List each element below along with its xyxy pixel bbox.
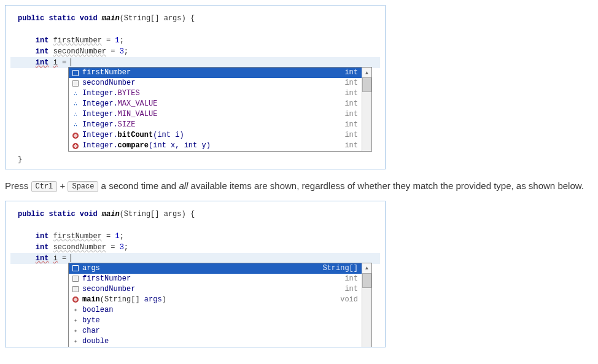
- completion-label: Integer.compare(int x, int y): [82, 141, 344, 150]
- completion-label: secondNumber: [82, 285, 344, 294]
- completion-type: int: [344, 68, 359, 77]
- completion-item-byte[interactable]: ✦ byte: [69, 316, 371, 326]
- equals: =: [58, 58, 71, 67]
- var-i: i: [53, 58, 58, 67]
- completion-item-integer-size[interactable]: ⛬ Integer.SIZE int: [69, 120, 371, 130]
- keyword-icon: ✦: [71, 327, 80, 335]
- completion-label: Integer.BYTES: [82, 89, 344, 98]
- method-icon: [71, 296, 80, 303]
- completion-label: boolean: [82, 306, 359, 315]
- completion-type: void: [340, 295, 359, 304]
- code-line[interactable]: }: [10, 154, 380, 165]
- completion-type: String[]: [322, 264, 359, 273]
- completion-type: int: [344, 141, 359, 150]
- type-int: int: [36, 47, 49, 56]
- completion-type: int: [344, 110, 359, 119]
- completion-item-firstNumber[interactable]: firstNumber int: [69, 68, 371, 78]
- keyword-icon: ✦: [71, 317, 80, 324]
- completion-item-integer-min[interactable]: ⛬ Integer.MIN_VALUE int: [69, 109, 371, 120]
- field-icon: [71, 69, 80, 77]
- var-secondNumber: secondNumber: [53, 47, 106, 56]
- type-int: int: [36, 36, 49, 45]
- field-icon: [71, 80, 80, 87]
- completion-label: double: [82, 337, 359, 346]
- keyword-icon: ✦: [71, 306, 80, 314]
- code-line[interactable]: public static void main(String[] args) {: [10, 13, 380, 24]
- completion-type: int: [344, 120, 359, 130]
- completion-label: Integer.SIZE: [82, 120, 344, 130]
- completion-type: int: [344, 99, 359, 109]
- code-line[interactable]: int firstNumber = 1;: [10, 35, 380, 46]
- code-line[interactable]: int secondNumber = 3;: [10, 242, 380, 253]
- completion-item-secondNumber[interactable]: secondNumber int: [69, 78, 371, 88]
- library-icon: ⛬: [71, 111, 80, 118]
- key-ctrl: Ctrl: [31, 181, 58, 192]
- completion-item-integer-bytes[interactable]: ⛬ Integer.BYTES int: [69, 88, 371, 99]
- code-line[interactable]: public static void main(String[] args) {: [10, 209, 380, 220]
- code-line[interactable]: int secondNumber = 3;: [10, 46, 380, 57]
- completion-item-main[interactable]: main(String[] args) void: [69, 295, 371, 305]
- var-firstNumber: firstNumber: [53, 36, 102, 45]
- method-icon: [71, 142, 80, 150]
- key-space: Space: [68, 181, 98, 192]
- library-icon: ⛬: [71, 90, 80, 98]
- close-brace: }: [18, 155, 22, 164]
- type-int: int: [36, 58, 49, 67]
- completion-item-double[interactable]: ✦ double: [69, 336, 371, 347]
- method-params: (String[] args) {: [120, 14, 195, 23]
- code-editor-box-2: public static void main(String[] args) {…: [5, 201, 386, 347]
- completion-label: secondNumber: [82, 79, 344, 88]
- completion-item-bitcount[interactable]: Integer.bitCount(int i) int: [69, 130, 371, 141]
- completion-type: int: [344, 89, 359, 98]
- code-editor-box-1: public static void main(String[] args) {…: [5, 5, 386, 169]
- completion-type: int: [344, 285, 359, 294]
- library-icon: ⛬: [71, 122, 80, 129]
- completion-item-boolean[interactable]: ✦ boolean: [69, 305, 371, 316]
- scroll-thumb[interactable]: [362, 77, 371, 92]
- keyword-public: public: [18, 14, 44, 23]
- completion-item-firstNumber[interactable]: firstNumber int: [69, 274, 371, 284]
- completion-item-compare[interactable]: Integer.compare(int x, int y) int: [69, 141, 371, 151]
- keyword-void: void: [80, 14, 98, 23]
- completion-type: int: [344, 79, 359, 88]
- completion-item-char[interactable]: ✦ char: [69, 326, 371, 336]
- completion-label: Integer.bitCount(int i): [82, 131, 344, 140]
- scrollbar[interactable]: ▲: [362, 68, 371, 151]
- code-line[interactable]: int firstNumber = 1;: [10, 231, 380, 242]
- method-name: main: [102, 14, 120, 23]
- library-icon: ⛬: [71, 101, 80, 108]
- code-line-blank[interactable]: [10, 24, 380, 35]
- cursor-icon: [71, 58, 71, 66]
- completion-type: int: [344, 131, 359, 140]
- completion-label: args: [82, 264, 322, 273]
- autocomplete-popup-2: args String[] firstNumber int secondNumb…: [68, 263, 372, 347]
- instruction-text: Press Ctrl + Space a second time and all…: [5, 179, 593, 193]
- completion-label: firstNumber: [82, 68, 344, 77]
- completion-item-integer-max[interactable]: ⛬ Integer.MAX_VALUE int: [69, 99, 371, 109]
- field-icon: [71, 285, 80, 293]
- completion-item-args[interactable]: args String[]: [69, 263, 371, 274]
- code-line-blank[interactable]: [10, 220, 380, 231]
- keyword-icon: ✦: [71, 338, 80, 345]
- completion-type: int: [344, 274, 359, 284]
- scroll-up-icon[interactable]: ▲: [362, 263, 371, 273]
- scroll-thumb[interactable]: [362, 273, 371, 288]
- keyword-static: static: [49, 14, 75, 23]
- completion-label: byte: [82, 316, 359, 325]
- scrollbar[interactable]: ▲: [362, 263, 371, 347]
- completion-label: char: [82, 327, 359, 336]
- field-icon: [71, 275, 80, 282]
- completion-label: firstNumber: [82, 274, 344, 284]
- method-icon: [71, 132, 80, 139]
- autocomplete-popup-1: firstNumber int secondNumber int ⛬ Integ…: [68, 67, 372, 152]
- scroll-up-icon[interactable]: ▲: [362, 68, 371, 77]
- completion-label: Integer.MIN_VALUE: [82, 110, 344, 119]
- completion-label: Integer.MAX_VALUE: [82, 99, 344, 109]
- completion-label: main(String[] args): [82, 295, 340, 304]
- cursor-icon: [71, 254, 71, 262]
- field-icon: [71, 265, 80, 272]
- completion-item-secondNumber[interactable]: secondNumber int: [69, 284, 371, 295]
